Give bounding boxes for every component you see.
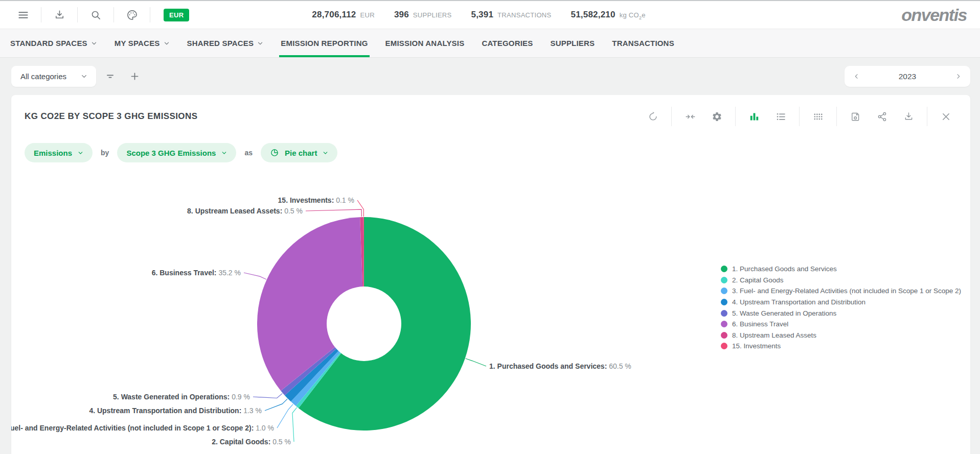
previous-year-button[interactable]	[848, 68, 865, 85]
chevron-left-icon	[853, 73, 860, 80]
tab-label: SUPPLIERS	[550, 39, 595, 47]
slice-label-name: 6. Business Travel:	[152, 269, 217, 277]
stat-value: 51,582,210	[571, 10, 616, 20]
legend-label: 6. Business Travel	[732, 320, 788, 328]
tab-categories[interactable]: CATEGORIES	[482, 29, 533, 57]
stat-value: 5,391	[471, 10, 494, 20]
tab-shared-spaces[interactable]: SHARED SPACES	[187, 29, 264, 57]
legend-dot	[721, 321, 727, 327]
donut	[257, 217, 471, 431]
year-selector: 2023	[845, 66, 970, 87]
stat-value: 396	[394, 10, 409, 20]
slice-label-name: 1. Purchased Goods and Services:	[489, 362, 607, 370]
filter-icon	[105, 71, 116, 82]
slice-label-name: 4. Upstream Transportation and Distribut…	[89, 407, 241, 415]
legend-item-15-investments[interactable]: 15. Investments	[721, 341, 961, 352]
legend-label: 3. Fuel- and Energy-Related Activities (…	[732, 287, 961, 295]
legend-label: 2. Capital Goods	[732, 276, 784, 284]
slice-label-3-fuel-and-energy-related-activities-not-included-in-scope-1-or-scope-2: 3. Fuel- and Energy-Related Activities (…	[11, 424, 274, 432]
slice-label-name: 5. Waste Generated in Operations:	[113, 393, 230, 401]
slice-label-4-upstream-transportation-and-distribution: 4. Upstream Transportation and Distribut…	[89, 407, 262, 415]
slice-label-name: 8. Upstream Leased Assets:	[187, 207, 282, 215]
slice-label-value: 1.0 %	[254, 424, 274, 432]
legend-item-2-capital-goods[interactable]: 2. Capital Goods	[721, 275, 961, 286]
tab-emission-reporting[interactable]: EMISSION REPORTING	[281, 29, 368, 57]
tab-label: SHARED SPACES	[187, 39, 254, 47]
slice-label-value: 0.9 %	[230, 393, 250, 401]
search-icon	[90, 9, 102, 21]
legend-label: 1. Purchased Goods and Services	[732, 265, 837, 273]
tab-my-spaces[interactable]: MY SPACES	[115, 29, 170, 57]
slice-label-6-business-travel: 6. Business Travel: 35.2 %	[152, 269, 241, 277]
legend-item-6-business-travel[interactable]: 6. Business Travel	[721, 319, 961, 330]
slice-label-name: 15. Investments:	[278, 196, 334, 204]
currency-badge[interactable]: EUR	[164, 9, 189, 21]
nav-tabs: STANDARD SPACESMY SPACESSHARED SPACESEMI…	[0, 29, 980, 58]
plus-icon	[129, 71, 140, 82]
slice-label-value: 1.3 %	[241, 407, 262, 415]
chart-legend: 1. Purchased Goods and Services2. Capita…	[721, 264, 961, 352]
chevron-down-icon	[81, 73, 87, 80]
legend-item-4-upstream-transportation-and-distribution[interactable]: 4. Upstream Transportation and Distribut…	[721, 297, 961, 308]
stat-unit: kg CO2e	[620, 11, 646, 20]
next-year-button[interactable]	[950, 68, 967, 85]
filter-button[interactable]	[99, 66, 121, 87]
legend-dot	[721, 266, 727, 272]
stat-suppliers: 396SUPPLIERS	[394, 10, 452, 20]
tab-transactions[interactable]: TRANSACTIONS	[612, 29, 674, 57]
stat-eur: 28,706,112EUR	[312, 10, 375, 20]
legend-item-1-purchased-goods-and-services[interactable]: 1. Purchased Goods and Services	[721, 264, 961, 275]
legend-dot	[721, 343, 727, 349]
header-stats: 28,706,112EUR396SUPPLIERS5,391TRANSACTIO…	[312, 10, 645, 20]
slice-label-value: 60.5 %	[607, 362, 631, 370]
category-dropdown-label: All categories	[20, 72, 66, 81]
legend-dot	[721, 310, 727, 317]
legend-dot	[721, 288, 727, 294]
legend-label: 5. Waste Generated in Operations	[732, 309, 836, 317]
tab-standard-spaces[interactable]: STANDARD SPACES	[10, 29, 97, 57]
slice-label-5-waste-generated-in-operations: 5. Waste Generated in Operations: 0.9 %	[113, 393, 250, 401]
tab-label: CATEGORIES	[482, 39, 533, 47]
slice-label-value: 35.2 %	[217, 269, 241, 277]
legend-dot	[721, 277, 727, 283]
divider	[113, 7, 114, 22]
page: EUR 28,706,112EUR396SUPPLIERS5,391TRANSA…	[0, 0, 980, 454]
report-card: KG CO2E BY SCOPE 3 GHG EMISSIONS	[11, 95, 970, 454]
theme-button[interactable]	[120, 4, 144, 26]
slice-label-1-purchased-goods-and-services: 1. Purchased Goods and Services: 60.5 %	[489, 362, 631, 370]
divider	[150, 7, 150, 22]
stat-unit: TRANSACTIONS	[497, 11, 551, 19]
legend-item-3-fuel-and-energy-related-activities-not-included-in-scope-1-or-scope-2[interactable]: 3. Fuel- and Energy-Related Activities (…	[721, 285, 961, 297]
divider	[41, 7, 41, 22]
tab-label: EMISSION REPORTING	[281, 39, 368, 47]
tab-label: STANDARD SPACES	[10, 39, 87, 47]
pie-chart: 1. Purchased Goods and Services: 60.5 %2…	[11, 95, 970, 454]
tab-emission-analysis[interactable]: EMISSION ANALYSIS	[385, 29, 465, 57]
slice-label-15-investments: 15. Investments: 0.1 %	[278, 196, 354, 204]
top-header: EUR 28,706,112EUR396SUPPLIERS5,391TRANSA…	[0, 0, 980, 29]
tab-suppliers[interactable]: SUPPLIERS	[550, 29, 595, 57]
legend-item-8-upstream-leased-assets[interactable]: 8. Upstream Leased Assets	[721, 330, 961, 341]
tab-label: EMISSION ANALYSIS	[385, 39, 465, 47]
add-filter-button[interactable]	[124, 66, 145, 87]
tab-label: TRANSACTIONS	[612, 39, 674, 47]
export-button[interactable]	[48, 4, 71, 26]
chevron-right-icon	[955, 73, 962, 80]
legend-item-5-waste-generated-in-operations[interactable]: 5. Waste Generated in Operations	[721, 307, 961, 319]
chevron-down-icon	[257, 40, 263, 46]
stat-transactions: 5,391TRANSACTIONS	[471, 10, 552, 20]
menu-button[interactable]	[11, 4, 35, 26]
slice-label-value: 0.1 %	[334, 196, 354, 204]
divider	[77, 7, 78, 22]
slice-label-8-upstream-leased-assets: 8. Upstream Leased Assets: 0.5 %	[187, 207, 303, 215]
onventis-logo: onventis	[901, 5, 967, 25]
legend-dot	[721, 332, 727, 339]
palette-icon	[126, 9, 138, 21]
category-dropdown[interactable]: All categories	[11, 66, 96, 87]
leader-line	[357, 200, 363, 217]
search-button[interactable]	[84, 4, 107, 26]
legend-label: 4. Upstream Transportation and Distribut…	[732, 298, 865, 306]
leader-line	[306, 209, 361, 217]
year-value: 2023	[899, 72, 916, 81]
slice-label-name: 2. Capital Goods:	[212, 438, 270, 446]
